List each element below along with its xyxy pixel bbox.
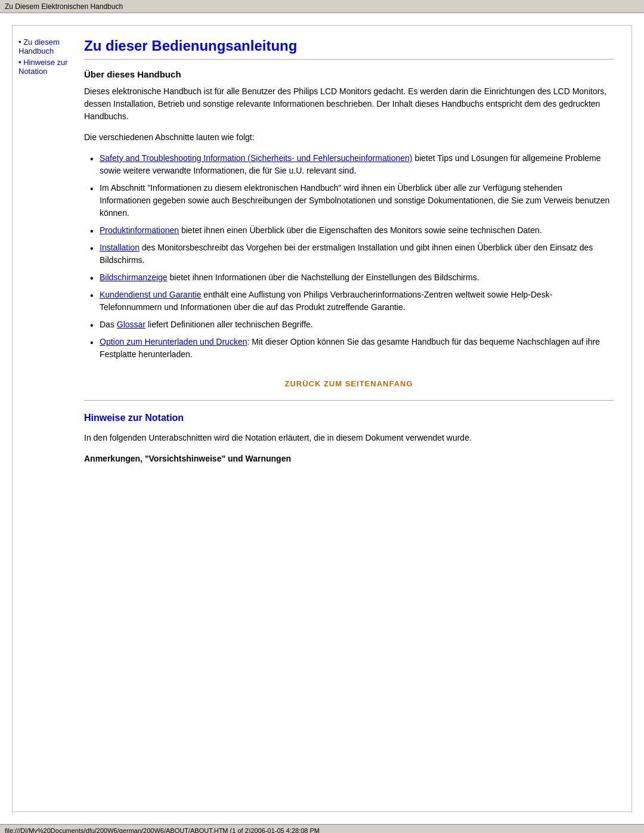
list-item-3: Produktinformationen bietet ihnen einen … (90, 224, 614, 237)
sidebar: • Zu diesem Handbuch • Hinweise zur Nota… (13, 38, 78, 473)
list-item-7: Das Glossar liefert Definitionen aller t… (90, 318, 614, 331)
list-item-8: Option zum Herunterladen und Drucken: Mi… (90, 336, 614, 361)
main-layout: • Zu diesem Handbuch • Hinweise zur Nota… (13, 38, 631, 473)
bullet-icon: • (18, 38, 23, 47)
list-item: Safety and Troubleshooting Information (… (90, 152, 614, 177)
section2-heading: Hinweise zur Notation (84, 413, 614, 423)
glossar-prefix: Das (100, 320, 117, 329)
list-item-4: Installation des Monitorsbeschreibt das … (90, 241, 614, 267)
download-link[interactable]: Option zum Herunterladen und Drucken (100, 337, 247, 346)
bildschirm-link[interactable]: Bildschirmanzeige (100, 272, 168, 282)
section1-bullet-list: Safety and Troubleshooting Information (… (84, 152, 614, 361)
sidebar-item-notation[interactable]: • Hinweise zur Notation (18, 58, 72, 76)
back-to-top[interactable]: ZURÜCK ZUM SEITENANFANG (84, 379, 614, 388)
sidebar-item-handbuch[interactable]: • Zu diesem Handbuch (18, 38, 72, 55)
list-item-text-4: des Monitorsbeschreibt das Vorgehen bei … (100, 243, 593, 265)
intro-paragraph: Dieses elektronische Handbuch ist für al… (84, 85, 614, 123)
installation-link[interactable]: Installation (100, 243, 140, 252)
produktinfo-link[interactable]: Produktinformationen (100, 225, 179, 235)
section2-intro: In den folgenden Unterabschnitten wird d… (84, 432, 614, 444)
title-bar: Zu Diesem Elektronischen Handbuch (0, 0, 644, 13)
list-item-text-5: bietet ihnen Informationen über die Nach… (168, 272, 479, 282)
safety-link[interactable]: Safety and Troubleshooting Information (… (100, 153, 413, 163)
section1-heading: Über dieses Handbuch (84, 69, 614, 79)
list-item-2: Im Abschnitt "Informationen zu diesem el… (90, 182, 614, 219)
page-container: • Zu diesem Handbuch • Hinweise zur Nota… (12, 25, 632, 812)
status-bar: file:///D|/My%20Documents/dfu/200W6/germ… (0, 824, 644, 833)
section-divider (84, 400, 614, 401)
sidebar-link-handbuch[interactable]: Zu diesem Handbuch (18, 38, 60, 55)
section2-sub-heading: Anmerkungen, "Vorsichtshinweise" und War… (84, 453, 614, 465)
title-bar-text: Zu Diesem Elektronischen Handbuch (5, 2, 123, 11)
bullet-icon-2: • (18, 58, 23, 67)
list-item-6: Kundendienst und Garantie enthält eine A… (90, 289, 614, 314)
list-item-text-7: liefert Definitionen aller technischen B… (145, 320, 313, 329)
list-item-text-2: Im Abschnitt "Informationen zu diesem el… (100, 183, 609, 218)
page-heading: Zu dieser Bedienungsanleitung (84, 38, 614, 54)
browser-content: • Zu diesem Handbuch • Hinweise zur Nota… (0, 13, 644, 824)
status-bar-text: file:///D|/My%20Documents/dfu/200W6/germ… (5, 827, 320, 834)
divider-top (84, 59, 614, 60)
list-item-5: Bildschirmanzeige bietet ihnen Informati… (90, 271, 614, 284)
kundendienst-link[interactable]: Kundendienst und Garantie (100, 290, 201, 299)
glossar-link[interactable]: Glossar (117, 320, 145, 329)
back-to-top-link[interactable]: ZURÜCK ZUM SEITENANFANG (284, 379, 413, 388)
list-intro: Die verschiedenen Abschnitte lauten wie … (84, 131, 614, 144)
list-item-text-3: bietet ihnen einen Überblick über die Ei… (179, 225, 542, 235)
sidebar-link-notation[interactable]: Hinweise zur Notation (18, 58, 68, 76)
main-content: Zu dieser Bedienungsanleitung Über diese… (78, 38, 631, 473)
